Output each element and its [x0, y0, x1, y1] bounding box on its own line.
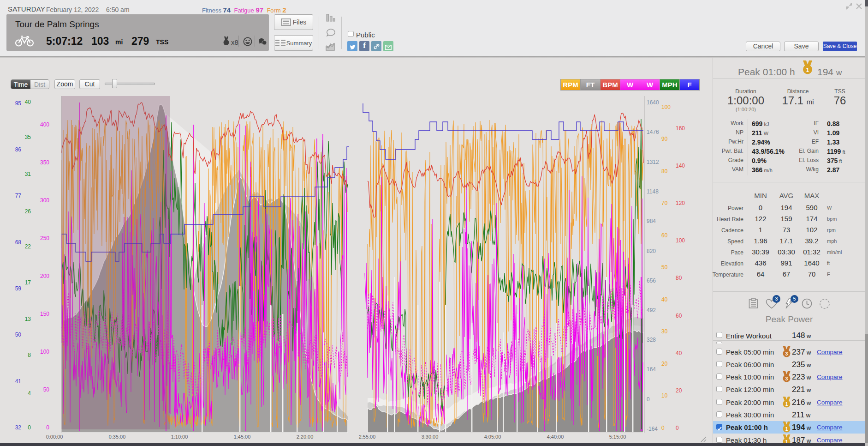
svg-text:1: 1 — [785, 402, 788, 407]
svg-text:1: 1 — [785, 427, 788, 432]
svg-text:1: 1 — [806, 67, 809, 73]
svg-text:3: 3 — [785, 376, 788, 381]
svg-text:3: 3 — [785, 351, 788, 356]
